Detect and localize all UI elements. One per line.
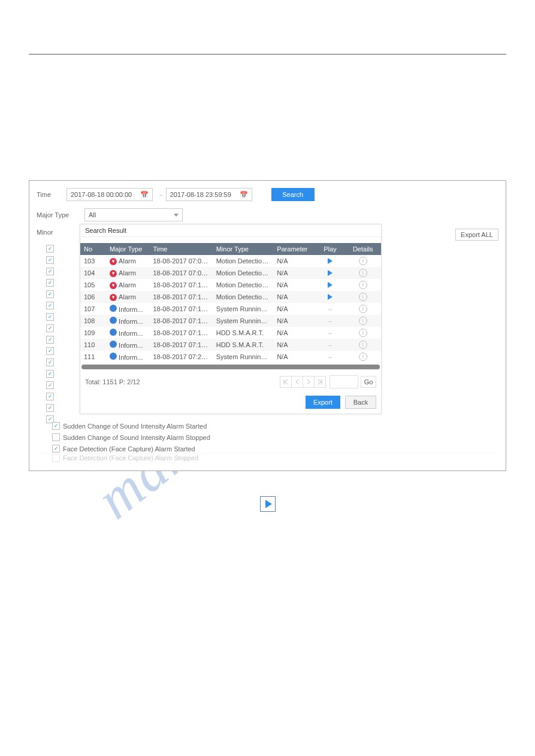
page-prev-button[interactable] — [291, 376, 303, 388]
cell-details[interactable]: ! — [344, 317, 381, 325]
cell-time: 18-08-2017 07:16:37 — [149, 293, 212, 300]
checkbox-icon[interactable] — [46, 404, 54, 412]
pager-controls: Go — [280, 375, 376, 388]
checkbox-icon[interactable] — [46, 324, 54, 332]
cell-parameter: N/A — [273, 269, 315, 277]
table-row[interactable]: 103Alarm18-08-2017 07:07:31Motion Detect… — [80, 255, 381, 267]
cell-minor-type: System Running ... — [213, 353, 273, 360]
checkbox-icon[interactable] — [46, 290, 54, 298]
page-first-button[interactable] — [280, 376, 292, 388]
cell-parameter: N/A — [273, 353, 315, 360]
checkbox-icon[interactable] — [46, 359, 54, 366]
major-type-select[interactable]: All — [84, 208, 183, 221]
checkbox-icon[interactable] — [46, 370, 54, 378]
major-type-label: Major Type — [37, 211, 74, 218]
checkbox-icon[interactable] — [52, 433, 60, 441]
details-icon: ! — [359, 317, 367, 325]
minor-option[interactable]: Sudden Change of Sound Intensity Alarm S… — [37, 432, 498, 443]
checkbox-icon[interactable] — [52, 422, 60, 430]
cell-play[interactable] — [315, 258, 344, 264]
cell-play[interactable] — [315, 282, 344, 288]
minor-option[interactable]: Face Detection (Face Capture) Alarm Stop… — [37, 453, 498, 462]
checkbox-icon[interactable] — [52, 445, 60, 453]
details-icon: ! — [359, 293, 367, 301]
cell-details[interactable]: ! — [344, 305, 381, 313]
info-icon — [110, 317, 117, 324]
page-next-button[interactable] — [303, 376, 315, 388]
checkbox-icon[interactable] — [46, 393, 54, 400]
calendar-icon[interactable]: 📅 — [140, 190, 149, 199]
checkbox-icon[interactable] — [46, 381, 54, 389]
cell-no: 109 — [80, 329, 106, 336]
details-icon: ! — [359, 269, 367, 277]
cell-major-type: Alarm — [106, 257, 149, 265]
cell-major-type: Inform... — [106, 305, 149, 313]
checkbox-icon[interactable] — [46, 302, 54, 309]
table-row[interactable]: 109Inform...18-08-2017 07:18:00HDD S.M.A… — [80, 327, 381, 339]
table-row[interactable]: 106Alarm18-08-2017 07:16:37Motion Detect… — [80, 291, 381, 303]
cell-play: – — [315, 341, 344, 348]
cell-minor-type: System Running ... — [213, 305, 273, 312]
checkbox-icon[interactable] — [46, 336, 54, 344]
col-minor-type: Minor Type — [213, 245, 273, 253]
cell-details[interactable]: ! — [344, 257, 381, 265]
table-row[interactable]: 110Inform...18-08-2017 07:18:00HDD S.M.A… — [80, 339, 381, 351]
cell-details[interactable]: ! — [344, 281, 381, 289]
horizontal-scrollbar[interactable] — [81, 365, 380, 369]
play-icon — [328, 282, 333, 288]
cell-major-type: Inform... — [106, 317, 149, 325]
back-button[interactable]: Back — [345, 396, 376, 409]
alarm-icon — [110, 282, 117, 289]
cell-details[interactable]: ! — [344, 293, 381, 301]
export-button[interactable]: Export — [306, 396, 340, 409]
col-time: Time — [149, 245, 212, 253]
cell-play[interactable] — [315, 270, 344, 276]
result-table-body: 103Alarm18-08-2017 07:07:31Motion Detect… — [80, 255, 381, 363]
page-last-button[interactable] — [314, 376, 326, 388]
play-icon — [328, 270, 333, 276]
end-time-value: 2017-08-18 23:59:59 — [170, 191, 231, 198]
cell-time: 18-08-2017 07:07:43 — [149, 269, 212, 277]
time-filter-row: Time 2017-08-18 00:00:00 📅 - 2017-08-18 … — [37, 188, 498, 201]
search-button[interactable]: Search — [271, 188, 315, 201]
checkbox-icon[interactable] — [46, 245, 54, 253]
table-row[interactable]: 105Alarm18-08-2017 07:16:27Motion Detect… — [80, 279, 381, 291]
start-time-input[interactable]: 2017-08-18 00:00:00 📅 — [67, 188, 153, 201]
end-time-input[interactable]: 2017-08-18 23:59:59 📅 — [166, 188, 252, 201]
calendar-icon[interactable]: 📅 — [240, 190, 248, 199]
export-all-button[interactable]: Export ALL — [455, 229, 498, 241]
checkbox-icon[interactable] — [46, 256, 54, 264]
play-icon — [265, 500, 272, 508]
details-icon: ! — [359, 341, 367, 349]
checkbox-icon[interactable] — [46, 313, 54, 321]
checkbox-icon[interactable] — [46, 279, 54, 287]
cell-details[interactable]: ! — [344, 341, 381, 349]
cell-major-type: Alarm — [106, 293, 149, 301]
time-label: Time — [37, 191, 67, 198]
minor-option-label: Face Detection (Face Capture) Alarm Stop… — [63, 454, 198, 462]
table-row[interactable]: 108Inform...18-08-2017 07:17:19System Ru… — [80, 315, 381, 327]
cell-parameter: N/A — [273, 329, 315, 336]
table-row[interactable]: 111Inform...18-08-2017 07:27:20System Ru… — [80, 351, 381, 363]
play-log-button[interactable] — [260, 496, 276, 512]
page-first-icon — [283, 379, 289, 385]
go-button[interactable]: Go — [361, 376, 376, 388]
alarm-icon — [110, 270, 117, 277]
cell-time: 18-08-2017 07:16:27 — [149, 281, 212, 289]
checkbox-icon[interactable] — [52, 454, 60, 462]
cell-details[interactable]: ! — [344, 353, 381, 361]
cell-details[interactable]: ! — [344, 329, 381, 337]
minor-option[interactable]: Sudden Change of Sound Intensity Alarm S… — [37, 420, 498, 432]
page-input[interactable] — [330, 375, 358, 388]
cell-play: – — [315, 305, 344, 312]
info-icon — [110, 305, 117, 312]
table-row[interactable]: 107Inform...18-08-2017 07:17:19System Ru… — [80, 303, 381, 315]
checkbox-icon[interactable] — [46, 347, 54, 355]
cell-minor-type: HDD S.M.A.R.T. — [213, 329, 273, 336]
checkbox-icon[interactable] — [46, 268, 54, 275]
col-details: Details — [344, 245, 381, 253]
cell-details[interactable]: ! — [344, 269, 381, 277]
cell-play[interactable] — [315, 294, 344, 300]
table-row[interactable]: 104Alarm18-08-2017 07:07:43Motion Detect… — [80, 267, 381, 279]
cell-play: – — [315, 353, 344, 360]
